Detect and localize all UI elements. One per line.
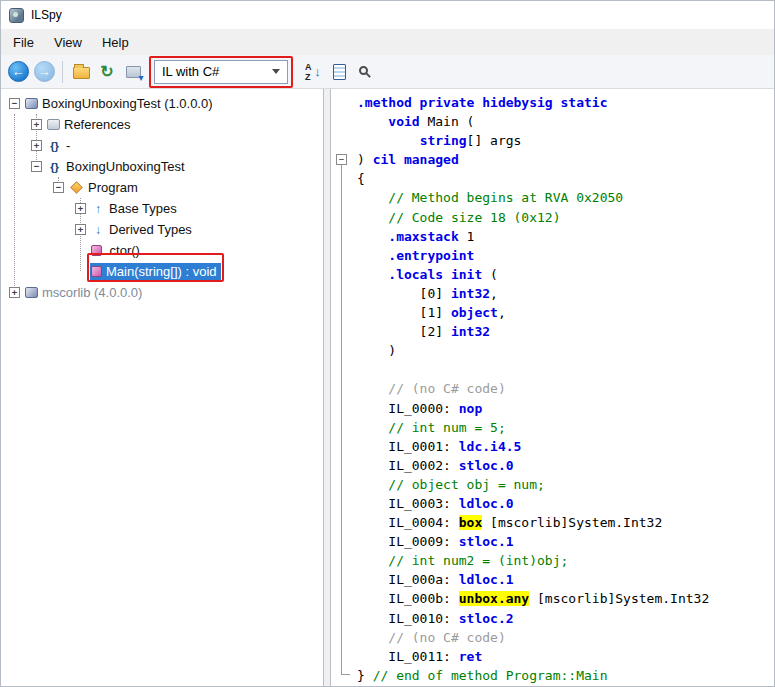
menubar: File View Help bbox=[1, 29, 774, 55]
tree-item-references[interactable]: +References bbox=[1, 114, 323, 135]
sort-icon: ↓ bbox=[314, 64, 321, 79]
tree-item-boxingunboxingtest-assembly[interactable]: −BoxingUnboxingTest (1.0.0.0) bbox=[1, 93, 323, 114]
collapse-minus-icon[interactable]: − bbox=[9, 98, 20, 109]
fold-region-line bbox=[341, 165, 350, 675]
tree-item-derived-types[interactable]: +↓Derived Types bbox=[1, 219, 323, 240]
tree-item-label: BoxingUnboxingTest bbox=[66, 159, 185, 174]
code-line: .maxstack 1 bbox=[357, 227, 774, 246]
code-line: [2] int32 bbox=[357, 322, 774, 341]
code-line: string[] args bbox=[357, 131, 774, 150]
expand-plus-icon[interactable]: + bbox=[75, 224, 86, 235]
tree-item-label: Program bbox=[88, 180, 138, 195]
expander-spacer bbox=[75, 245, 86, 256]
open-button[interactable] bbox=[68, 59, 94, 85]
code-line: IL_0009: stloc.1 bbox=[357, 532, 774, 551]
code-line: ) cil managed bbox=[357, 150, 774, 169]
assembly-icon bbox=[25, 98, 38, 109]
collapse-minus-icon[interactable]: − bbox=[53, 182, 64, 193]
expand-plus-icon[interactable]: + bbox=[31, 140, 42, 151]
tree-item-main-method[interactable]: Main(string[]) : void bbox=[1, 261, 323, 282]
tree-item-mscorlib-assembly[interactable]: +mscorlib (4.0.0.0) bbox=[1, 282, 323, 303]
menu-item-help[interactable]: Help bbox=[92, 29, 139, 55]
language-selector-value: IL with C# bbox=[162, 64, 219, 79]
code-line: IL_0001: ldc.i4.5 bbox=[357, 437, 774, 456]
language-selector-dropdown[interactable]: IL with C# bbox=[154, 60, 288, 84]
assembly-tree[interactable]: −BoxingUnboxingTest (1.0.0.0)+References… bbox=[1, 89, 324, 686]
code-line: // int num = 5; bbox=[357, 418, 774, 437]
tree-item-label: mscorlib (4.0.0.0) bbox=[42, 285, 142, 300]
code-line: IL_0002: stloc.0 bbox=[357, 456, 774, 475]
metadata-button[interactable] bbox=[326, 59, 352, 85]
tree-item-ctor-method[interactable]: .ctor() bbox=[1, 240, 323, 261]
menu-item-file[interactable]: File bbox=[3, 29, 44, 55]
back-icon: ← bbox=[8, 61, 29, 82]
expand-plus-icon[interactable]: + bbox=[31, 119, 42, 130]
search-button[interactable] bbox=[352, 59, 378, 85]
expand-plus-icon[interactable]: + bbox=[75, 203, 86, 214]
references-icon bbox=[47, 119, 60, 130]
collapse-minus-icon[interactable]: − bbox=[31, 161, 42, 172]
method-icon bbox=[91, 266, 102, 277]
code-line: // int num2 = (int)obj; bbox=[357, 551, 774, 570]
search-icon bbox=[359, 66, 368, 75]
toolbar-right-group: ↓ bbox=[300, 59, 378, 85]
open-icon bbox=[73, 67, 90, 79]
namespace-icon: {} bbox=[47, 161, 62, 173]
tree-item-content: {}BoxingUnboxingTest bbox=[46, 158, 189, 175]
code-line: // object obj = num; bbox=[357, 475, 774, 494]
sort-button[interactable]: ↓ bbox=[300, 59, 326, 85]
code-view[interactable]: − .method private hidebysig static void … bbox=[330, 89, 774, 686]
toolbar-left-group: ←→↻ bbox=[5, 59, 146, 85]
back-button[interactable]: ← bbox=[5, 59, 31, 85]
refresh-button[interactable]: ↻ bbox=[94, 59, 120, 85]
code-line bbox=[357, 360, 774, 379]
ilspy-window: ILSpy File View Help ←→↻ IL with C# ↓ −B… bbox=[0, 0, 775, 687]
code-line: .method private hidebysig static bbox=[357, 93, 774, 112]
tree-item-namespace-empty[interactable]: +{}- bbox=[1, 135, 323, 156]
code-line: // Code size 18 (0x12) bbox=[357, 208, 774, 227]
toolbar: ←→↻ IL with C# ↓ bbox=[1, 55, 774, 89]
fold-collapse-icon[interactable]: − bbox=[336, 154, 347, 165]
class-icon bbox=[70, 181, 83, 194]
expand-plus-icon[interactable]: + bbox=[9, 287, 20, 298]
chevron-down-icon bbox=[272, 69, 280, 74]
menu-item-view[interactable]: View bbox=[44, 29, 92, 55]
code-line: IL_0003: ldloc.0 bbox=[357, 494, 774, 513]
code-line: IL_0011: ret bbox=[357, 647, 774, 666]
tree-item-label: Derived Types bbox=[109, 222, 192, 237]
open-list-button[interactable] bbox=[120, 59, 146, 85]
tree-item-content: mscorlib (4.0.0.0) bbox=[24, 284, 146, 301]
method-icon bbox=[91, 245, 102, 256]
code-line: IL_000b: unbox.any [mscorlib]System.Int3… bbox=[357, 589, 774, 608]
main-split: −BoxingUnboxingTest (1.0.0.0)+References… bbox=[1, 89, 774, 686]
code-line: IL_0004: box [mscorlib]System.Int32 bbox=[357, 513, 774, 532]
refresh-icon: ↻ bbox=[100, 62, 113, 81]
tree-item-content: {}- bbox=[46, 137, 74, 154]
base-types-icon: ↑ bbox=[91, 202, 105, 216]
tree-item-content: Main(string[]) : void bbox=[90, 263, 221, 280]
code-line: ) bbox=[357, 341, 774, 360]
forward-icon: → bbox=[34, 61, 55, 82]
code-line: [0] int32, bbox=[357, 284, 774, 303]
tree-item-content: .ctor() bbox=[90, 242, 144, 259]
tree-item-label: References bbox=[64, 117, 130, 132]
code-line: } // end of method Program::Main bbox=[357, 666, 774, 685]
forward-button[interactable]: → bbox=[31, 59, 57, 85]
metadata-icon bbox=[333, 64, 346, 80]
tree-item-content: ↑Base Types bbox=[90, 200, 181, 217]
code-line: .entrypoint bbox=[357, 246, 774, 265]
code-line: .locals init ( bbox=[357, 265, 774, 284]
tree-item-class-program[interactable]: −Program bbox=[1, 177, 323, 198]
tree-item-content: BoxingUnboxingTest (1.0.0.0) bbox=[24, 95, 217, 112]
code-line: // Method begins at RVA 0x2050 bbox=[357, 188, 774, 207]
language-selector-wrap: IL with C# bbox=[154, 60, 288, 84]
window-title: ILSpy bbox=[31, 8, 62, 22]
code-line: // (no C# code) bbox=[357, 628, 774, 647]
tree-item-namespace-boxingunboxingtest[interactable]: −{}BoxingUnboxingTest bbox=[1, 156, 323, 177]
code-line: IL_0010: stloc.2 bbox=[357, 609, 774, 628]
titlebar: ILSpy bbox=[1, 1, 774, 29]
ilspy-logo-icon bbox=[9, 8, 24, 23]
code-line: IL_000a: ldloc.1 bbox=[357, 570, 774, 589]
namespace-icon: {} bbox=[47, 140, 62, 152]
tree-item-base-types[interactable]: +↑Base Types bbox=[1, 198, 323, 219]
